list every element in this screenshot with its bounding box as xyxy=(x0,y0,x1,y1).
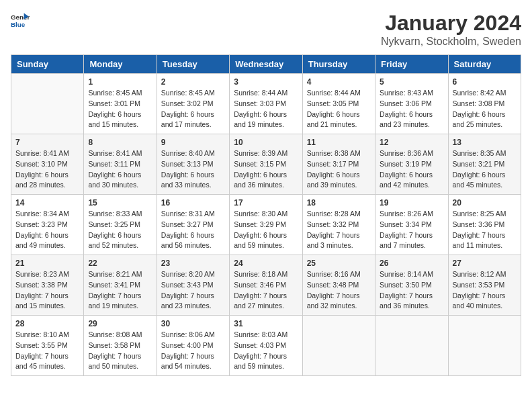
sunrise-text: Sunrise: 8:45 AM xyxy=(161,88,225,99)
daylight-text: Daylight: 6 hours and 36 minutes. xyxy=(234,170,298,191)
sunrise-text: Sunrise: 8:34 AM xyxy=(15,209,79,220)
day-info: Sunrise: 8:43 AM Sunset: 3:06 PM Dayligh… xyxy=(380,88,443,130)
table-row: 16 Sunrise: 8:31 AM Sunset: 3:27 PM Dayl… xyxy=(157,195,229,255)
sunset-text: Sunset: 3:29 PM xyxy=(234,220,298,230)
table-row: 31 Sunrise: 8:03 AM Sunset: 4:03 PM Dayl… xyxy=(230,316,302,376)
daylight-text: Daylight: 7 hours and 50 minutes. xyxy=(88,351,152,373)
daylight-text: Daylight: 6 hours and 28 minutes. xyxy=(15,170,79,191)
table-row: 21 Sunrise: 8:23 AM Sunset: 3:38 PM Dayl… xyxy=(11,255,84,316)
daylight-text: Daylight: 6 hours and 30 minutes. xyxy=(88,170,152,191)
day-number: 31 xyxy=(234,319,298,328)
sunrise-text: Sunrise: 8:20 AM xyxy=(161,269,225,280)
day-number: 12 xyxy=(380,138,443,147)
day-number: 21 xyxy=(15,259,79,268)
table-row: 17 Sunrise: 8:30 AM Sunset: 3:29 PM Dayl… xyxy=(230,195,302,255)
sunrise-text: Sunrise: 8:33 AM xyxy=(88,209,152,220)
header-tuesday: Tuesday xyxy=(157,55,229,74)
daylight-text: Daylight: 7 hours and 3 minutes. xyxy=(307,230,371,252)
sunrise-text: Sunrise: 8:12 AM xyxy=(453,269,517,280)
table-row: 28 Sunrise: 8:10 AM Sunset: 3:55 PM Dayl… xyxy=(11,316,84,376)
logo: General Blue xyxy=(11,11,30,30)
day-number: 5 xyxy=(380,77,443,87)
sunrise-text: Sunrise: 8:44 AM xyxy=(234,88,298,99)
sunrise-text: Sunrise: 8:43 AM xyxy=(380,88,443,99)
sunset-text: Sunset: 3:03 PM xyxy=(234,99,298,109)
day-info: Sunrise: 8:10 AM Sunset: 3:55 PM Dayligh… xyxy=(15,330,79,372)
day-info: Sunrise: 8:36 AM Sunset: 3:19 PM Dayligh… xyxy=(380,148,443,191)
day-number: 25 xyxy=(307,259,371,268)
table-row: 12 Sunrise: 8:36 AM Sunset: 3:19 PM Dayl… xyxy=(375,134,448,195)
sunset-text: Sunset: 3:58 PM xyxy=(88,340,152,351)
sunset-text: Sunset: 3:53 PM xyxy=(453,280,517,291)
daylight-text: Daylight: 6 hours and 21 minutes. xyxy=(307,109,371,131)
day-number: 14 xyxy=(15,198,79,208)
header-sunday: Sunday xyxy=(11,55,84,74)
day-info: Sunrise: 8:06 AM Sunset: 4:00 PM Dayligh… xyxy=(161,330,225,372)
table-row: 10 Sunrise: 8:39 AM Sunset: 3:15 PM Dayl… xyxy=(230,134,302,195)
day-info: Sunrise: 8:21 AM Sunset: 3:41 PM Dayligh… xyxy=(88,269,152,312)
sunset-text: Sunset: 3:01 PM xyxy=(88,99,152,109)
sunrise-text: Sunrise: 8:39 AM xyxy=(234,148,298,159)
table-row: 29 Sunrise: 8:08 AM Sunset: 3:58 PM Dayl… xyxy=(84,316,157,376)
daylight-text: Daylight: 6 hours and 52 minutes. xyxy=(88,230,152,252)
day-info: Sunrise: 8:34 AM Sunset: 3:23 PM Dayligh… xyxy=(15,209,79,251)
table-row: 7 Sunrise: 8:41 AM Sunset: 3:10 PM Dayli… xyxy=(11,134,84,195)
sunset-text: Sunset: 3:41 PM xyxy=(88,280,152,291)
day-info: Sunrise: 8:14 AM Sunset: 3:50 PM Dayligh… xyxy=(380,269,443,312)
day-number: 7 xyxy=(15,138,79,147)
day-number: 20 xyxy=(453,198,517,208)
day-number: 15 xyxy=(88,198,152,208)
day-info: Sunrise: 8:42 AM Sunset: 3:08 PM Dayligh… xyxy=(453,88,517,130)
daylight-text: Daylight: 6 hours and 45 minutes. xyxy=(453,170,517,191)
sunset-text: Sunset: 3:27 PM xyxy=(161,220,225,230)
table-row: 24 Sunrise: 8:18 AM Sunset: 3:46 PM Dayl… xyxy=(230,255,302,316)
day-info: Sunrise: 8:16 AM Sunset: 3:48 PM Dayligh… xyxy=(307,269,371,312)
header-monday: Monday xyxy=(84,55,157,74)
daylight-text: Daylight: 7 hours and 11 minutes. xyxy=(453,230,517,252)
page-header: General Blue January 2024 Nykvarn, Stock… xyxy=(11,11,521,48)
sunrise-text: Sunrise: 8:16 AM xyxy=(307,269,371,280)
sunset-text: Sunset: 3:06 PM xyxy=(380,99,443,109)
day-number: 24 xyxy=(234,259,298,268)
sunset-text: Sunset: 3:46 PM xyxy=(234,280,298,291)
daylight-text: Daylight: 7 hours and 45 minutes. xyxy=(15,351,79,373)
day-number: 8 xyxy=(88,138,152,147)
header-wednesday: Wednesday xyxy=(230,55,302,74)
day-info: Sunrise: 8:25 AM Sunset: 3:36 PM Dayligh… xyxy=(453,209,517,251)
day-number: 11 xyxy=(307,138,371,147)
sunrise-text: Sunrise: 8:21 AM xyxy=(88,269,152,280)
table-row: 6 Sunrise: 8:42 AM Sunset: 3:08 PM Dayli… xyxy=(448,74,521,134)
day-number: 3 xyxy=(234,77,298,87)
day-info: Sunrise: 8:41 AM Sunset: 3:10 PM Dayligh… xyxy=(15,148,79,191)
sunrise-text: Sunrise: 8:44 AM xyxy=(307,88,371,99)
table-row: 26 Sunrise: 8:14 AM Sunset: 3:50 PM Dayl… xyxy=(375,255,448,316)
table-row: 18 Sunrise: 8:28 AM Sunset: 3:32 PM Dayl… xyxy=(302,195,375,255)
sunrise-text: Sunrise: 8:41 AM xyxy=(15,148,79,159)
day-info: Sunrise: 8:41 AM Sunset: 3:11 PM Dayligh… xyxy=(88,148,152,191)
calendar-title: January 2024 xyxy=(381,11,521,36)
table-row xyxy=(448,316,521,376)
sunset-text: Sunset: 3:17 PM xyxy=(307,159,371,170)
sunset-text: Sunset: 3:08 PM xyxy=(453,99,517,109)
sunrise-text: Sunrise: 8:42 AM xyxy=(453,88,517,99)
sunset-text: Sunset: 3:13 PM xyxy=(161,159,225,170)
day-number: 27 xyxy=(453,259,517,268)
sunset-text: Sunset: 4:03 PM xyxy=(234,340,298,351)
table-row xyxy=(302,316,375,376)
daylight-text: Daylight: 6 hours and 42 minutes. xyxy=(380,170,443,191)
sunset-text: Sunset: 3:02 PM xyxy=(161,99,225,109)
table-row xyxy=(11,74,84,134)
day-info: Sunrise: 8:40 AM Sunset: 3:13 PM Dayligh… xyxy=(161,148,225,191)
day-info: Sunrise: 8:45 AM Sunset: 3:02 PM Dayligh… xyxy=(161,88,225,130)
table-row: 8 Sunrise: 8:41 AM Sunset: 3:11 PM Dayli… xyxy=(84,134,157,195)
daylight-text: Daylight: 7 hours and 36 minutes. xyxy=(380,291,443,312)
table-row: 13 Sunrise: 8:35 AM Sunset: 3:21 PM Dayl… xyxy=(448,134,521,195)
daylight-text: Daylight: 7 hours and 40 minutes. xyxy=(453,291,517,312)
calendar-header-row: Sunday Monday Tuesday Wednesday Thursday… xyxy=(11,55,521,74)
sunset-text: Sunset: 3:15 PM xyxy=(234,159,298,170)
day-info: Sunrise: 8:18 AM Sunset: 3:46 PM Dayligh… xyxy=(234,269,298,312)
day-number: 13 xyxy=(453,138,517,147)
svg-text:Blue: Blue xyxy=(11,21,26,28)
daylight-text: Daylight: 6 hours and 33 minutes. xyxy=(161,170,225,191)
day-number: 10 xyxy=(234,138,298,147)
